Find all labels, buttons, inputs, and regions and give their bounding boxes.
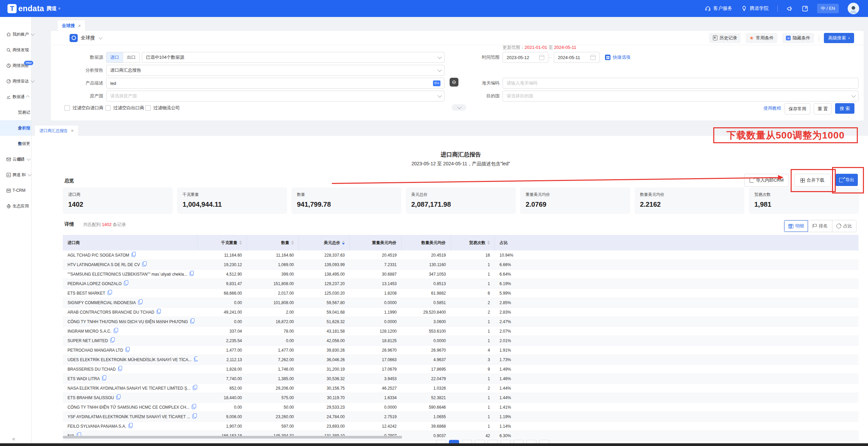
collapse-form-button[interactable] [452, 104, 466, 111]
table-row[interactable]: SIGNIFY COMMERCIAL INDONESIA0.00101,808.… [63, 298, 858, 308]
company-contact-icon[interactable] [193, 386, 196, 390]
table-row[interactable]: PEDRAJA LOPEZ GONZALO9,831.47151,808.001… [63, 279, 858, 289]
reset-button[interactable]: 重 置 [814, 103, 832, 114]
table-row[interactable]: CÔNG TY TNHH ĐIỆN TỬ SAMSUNG HCMC CE COM… [63, 403, 858, 412]
table-row[interactable]: BRASSERIES DU TCHAD1,828.001,746.0031,20… [63, 365, 858, 374]
advanced-search-button[interactable]: 高级搜索 › [824, 33, 854, 43]
company-contact-icon[interactable] [192, 414, 196, 419]
company-contact-icon[interactable] [132, 253, 135, 257]
company-contact-icon[interactable] [138, 300, 141, 304]
sidebar-item-insight[interactable]: 商情洞察PRO [0, 58, 31, 73]
table-row[interactable]: SUPER NET LIMITED2,235.540.0042,056.0018… [63, 336, 858, 346]
data-source-select[interactable]: 已选中104个数据源 [142, 52, 445, 63]
sidebar-item-discovery[interactable]: 商情发现 [0, 42, 31, 58]
view-tab-排名[interactable]: 排名 [808, 220, 832, 232]
sidebar-collapse-button[interactable]: « [12, 436, 15, 442]
view-tab-明细[interactable]: 明细 [784, 220, 808, 232]
table-row[interactable]: FEILO SYLVANIA PANAMA S.A.1,907.00597.00… [63, 422, 858, 431]
table-row[interactable]: CÔNG TY TNHH THƯƠNG MẠI DỊCH VỤ ĐIỆN MẠN… [63, 317, 858, 327]
date-from-input[interactable]: 2023-05-12 [503, 52, 548, 63]
customer-service-link[interactable]: 客户服务 [705, 5, 732, 12]
table-row[interactable]: HTV LATINOAMERICA S DE RL DE CV19,230.12… [63, 260, 858, 270]
company-contact-icon[interactable] [142, 262, 146, 266]
table-row[interactable]: ETS BRAHIM SALISSOU18,440.00575.0030,119… [63, 393, 858, 403]
company-contact-icon[interactable] [118, 367, 121, 371]
sort-icons[interactable] [291, 241, 294, 245]
sort-desc-icon[interactable] [342, 243, 345, 245]
sidebar-item-tendata-bi[interactable]: 腾道 BI [0, 167, 31, 183]
filter-logistics-checkbox[interactable]: 过滤物流公司 [145, 105, 180, 111]
fullscreen-icon[interactable] [802, 5, 808, 12]
company-contact-icon[interactable] [190, 272, 193, 276]
table-row[interactable]: YSF AYDINLATMA ELEKTRONİK TURİZM SANAYİ … [63, 412, 858, 422]
report-tab[interactable]: 进口商汇总报告 × [35, 126, 78, 136]
company-contact-icon[interactable] [129, 424, 132, 428]
history-button[interactable]: 历史记录 [709, 33, 741, 43]
company-contact-icon[interactable] [157, 310, 160, 314]
search-mode-selector[interactable]: 全球搜 [70, 34, 101, 42]
view-tab-占比[interactable]: 占比 [832, 220, 856, 232]
dest-country-select[interactable]: 请选择目的国 [503, 91, 858, 101]
report-type-select[interactable]: 进口商汇总报告 [106, 65, 445, 76]
sort-desc-icon[interactable] [291, 243, 294, 245]
tutorial-link[interactable]: 使用教程 [763, 103, 781, 113]
academy-link[interactable]: 腾道学院 [741, 5, 769, 12]
table-row[interactable]: ETS WADI LITRA7,740.001,385.0030,536.323… [63, 374, 858, 384]
close-icon[interactable]: × [71, 128, 74, 133]
company-contact-icon[interactable] [114, 329, 117, 333]
column-header-贸易次数[interactable]: 贸易次数 [451, 235, 495, 250]
sort-desc-icon[interactable] [239, 243, 242, 245]
sidebar-item-t-crm[interactable]: T-CRM [0, 183, 31, 198]
origin-country-select[interactable]: 请选择原产国 [106, 91, 445, 101]
table-row[interactable]: ARAB CONTRACTORS BRANCHE DU TCHAD49,241.… [63, 308, 858, 317]
table-row[interactable]: ""SAMSUNG ELECTRONICS UZBEKISTAN"" mas`u… [63, 270, 858, 279]
filter-blank-importer-checkbox[interactable]: 过滤空白进口商 [64, 105, 103, 111]
sidebar-item-cloud-mail[interactable]: 云邮通 [0, 151, 31, 167]
quick-options-button[interactable]: 快捷选项 [605, 52, 630, 63]
translate-icon[interactable]: 中A [433, 80, 440, 86]
table-row[interactable]: ETS BEST MARKET68,666.002,017.00125,030.… [63, 289, 858, 298]
table-row[interactable]: PETROCHAD MANGARA LTD1,477.001,477.0039,… [63, 346, 858, 355]
sidebar-item-trade-records[interactable]: 贸易记录 [0, 105, 31, 120]
search-button[interactable]: 搜 索 [835, 103, 854, 114]
import-toggle[interactable]: 进口 [107, 52, 123, 62]
column-header-美元总价[interactable]: 美元总价 [299, 235, 350, 250]
sidebar-item-my-account[interactable]: 我的账户 [0, 26, 31, 42]
product-desc-input[interactable]: led 中A [106, 78, 445, 89]
filter-blank-exporter-checkbox[interactable]: 过滤空白出口商 [105, 105, 144, 111]
table-row[interactable]: NASA ELEKTRİK AYDINLATMA SANAYİ VE TİCAR… [63, 384, 858, 393]
sort-asc-icon[interactable] [291, 241, 294, 242]
export-toggle[interactable]: 出口 [123, 52, 139, 62]
exclude-keyword-icon[interactable]: ⊖ [450, 78, 458, 87]
language-toggle[interactable]: 中 / EN [817, 4, 839, 13]
sort-icons[interactable] [239, 241, 242, 245]
sidebar-item-data-update[interactable]: 数据更新 [0, 136, 31, 151]
sort-icons[interactable] [342, 241, 345, 245]
sort-asc-icon[interactable] [342, 241, 345, 242]
close-icon[interactable]: × [78, 23, 81, 28]
table-row[interactable]: UDES ELEKTRİK ELEKTRONİK MÜHENDİSLİK SAN… [63, 355, 858, 365]
sort-icons[interactable] [487, 241, 490, 245]
company-contact-icon[interactable] [102, 376, 106, 380]
sidebar-item-analysis-report[interactable]: 分析报告 [0, 120, 31, 136]
hs-code-input[interactable]: 请输入海关编码 [503, 78, 858, 89]
sort-asc-icon[interactable] [487, 241, 490, 242]
table-row[interactable]: AGL TCHAD P/C SOGEA SATOM11,164.6011,164… [63, 250, 858, 260]
company-contact-icon[interactable] [108, 291, 111, 295]
sort-asc-icon[interactable] [239, 241, 242, 242]
company-contact-icon[interactable] [126, 348, 129, 352]
column-header-千克重量[interactable]: 千克重量 [197, 235, 247, 250]
favorite-conditions-button[interactable]: ★ 常用条件 [746, 33, 777, 43]
date-to-input[interactable]: 2024-05-11 [554, 52, 600, 63]
table-row[interactable]: INGRAM MICRO S.A.C.337.0478.0043,181.581… [63, 327, 858, 336]
column-header-数量[interactable]: 数量 [247, 235, 299, 250]
company-contact-icon[interactable] [124, 281, 127, 285]
hide-conditions-button[interactable]: ⇲ 隐藏条件 [782, 33, 814, 43]
company-contact-icon[interactable] [116, 395, 120, 399]
sort-desc-icon[interactable] [487, 243, 490, 245]
megaphone-icon[interactable] [787, 5, 793, 12]
horizontal-scrollbar[interactable] [63, 436, 402, 439]
company-contact-icon[interactable] [190, 319, 194, 323]
save-favorite-button[interactable]: 保存常用 [785, 103, 810, 114]
avatar[interactable] [848, 3, 859, 14]
